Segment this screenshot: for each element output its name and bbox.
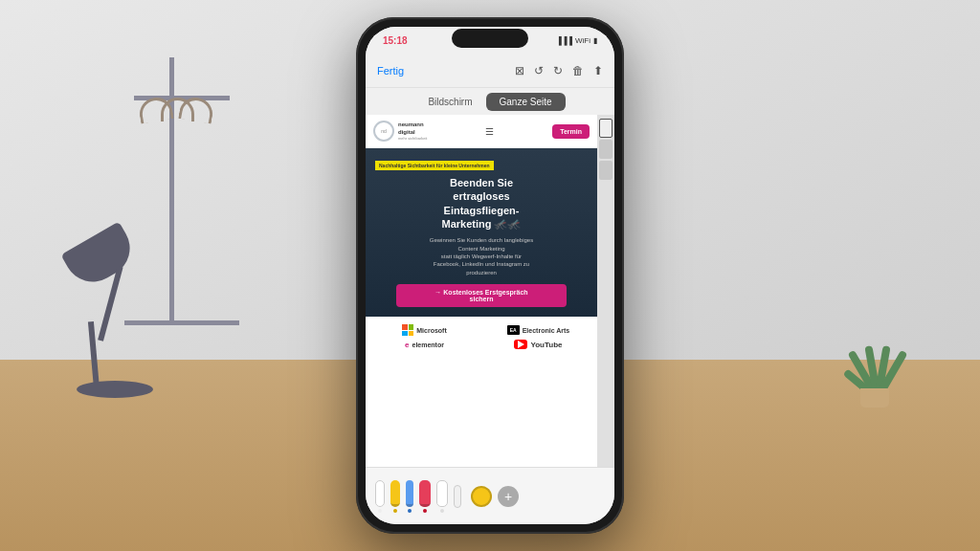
add-tool-button[interactable]: + [498,486,519,507]
status-time: 15:18 [383,35,408,46]
logo-circle-icon: nd [373,121,394,142]
yt-play-triangle [518,341,524,348]
share-icon[interactable]: ⬆ [593,64,603,77]
hero-cta-button[interactable]: → Kostenloses Erstgesprächsichern [396,284,567,307]
microsoft-flag-icon [402,324,413,336]
markup-tool-pen-white[interactable] [375,480,385,513]
website-hero: Nachhaltige Sichtbarkeit für kleine Unte… [366,148,597,317]
elementor-icon: e [405,341,409,349]
rotate-right-icon[interactable]: ↻ [553,64,563,77]
markup-toolbar: + [366,467,614,524]
markup-tool-marker-yellow[interactable] [390,480,400,513]
ea-label: Electronic Arts [523,327,570,334]
phone-screen: 15:18 ▐▐▐ WiFi ▮ Fertig ⊠ ↺ ↻ 🗑 ⬆ [366,27,614,524]
elementor-label: elementor [412,342,443,348]
markup-tool-eraser[interactable] [436,480,448,513]
crop-icon[interactable]: ⊠ [515,64,524,77]
elementor-logo: e elementor [371,341,478,349]
fertig-button[interactable]: Fertig [377,65,404,77]
status-icons: ▐▐▐ WiFi ▮ [556,36,597,45]
rotate-left-icon[interactable]: ↺ [534,64,544,77]
thumb-3[interactable] [599,161,612,180]
battery-icon: ▮ [593,36,597,45]
logo-name: neumanndigital [398,121,427,135]
trash-icon[interactable]: 🗑 [572,64,584,77]
toolbar-icons: ⊠ ↺ ↻ 🗑 ⬆ [515,64,603,77]
hamburger-icon[interactable]: ☰ [485,126,494,137]
signal-icon: ▐▐▐ [556,36,572,45]
thumb-2[interactable] [599,140,612,159]
segment-bildschirm[interactable]: Bildschirm [414,93,485,111]
ea-icon: EA [507,325,520,335]
desk-lamp [57,207,172,398]
screen-content: nd neumanndigital mehr sichtbarkeit ☰ Te… [366,115,614,467]
youtube-icon-group: YouTube [514,340,562,349]
youtube-play-icon [514,340,527,349]
ios-toolbar: Fertig ⊠ ↺ ↻ 🗑 ⬆ [366,54,614,88]
color-picker-circle[interactable] [471,486,492,507]
logo-subtitle: mehr sichtbarkeit [398,136,427,141]
hero-title: Beenden SieertraglosesEintagsfliegen-Mar… [375,176,588,231]
segment-control: Bildschirm Ganze Seite [366,88,614,115]
microsoft-label: Microsoft [416,327,447,334]
thumbnail-strip [597,115,614,467]
logo-text-block: neumanndigital mehr sichtbarkeit [398,121,427,140]
phone-notch [452,29,528,48]
phone-device: 15:18 ▐▐▐ WiFi ▮ Fertig ⊠ ↺ ↻ 🗑 ⬆ [356,17,624,534]
segment-ganze-seite[interactable]: Ganze Seite [486,93,566,111]
website-nav: nd neumanndigital mehr sichtbarkeit ☰ Te… [366,115,597,148]
wifi-icon: WiFi [575,36,590,45]
markup-tool-marker-red[interactable] [419,480,431,513]
markup-tool-pencil-blue[interactable] [406,480,413,513]
phone-frame: 15:18 ▐▐▐ WiFi ▮ Fertig ⊠ ↺ ↻ 🗑 ⬆ [356,17,624,534]
thumb-1[interactable] [599,119,612,138]
hero-tag: Nachhaltige Sichtbarkeit für kleine Unte… [375,161,494,170]
website-logos: Microsoft EA Electronic Arts e elementor [366,317,597,357]
youtube-logo: YouTube [485,340,591,349]
hero-subtitle: Gewinnen Sie Kunden durch langlebigesCon… [375,236,588,276]
plant [846,293,903,408]
website-content: nd neumanndigital mehr sichtbarkeit ☰ Te… [366,115,597,467]
electronic-arts-logo: EA Electronic Arts [485,325,591,335]
markup-tool-eraser2[interactable] [454,485,461,508]
nav-cta-button[interactable]: Termin [552,124,590,139]
microsoft-logo: Microsoft [371,324,478,336]
youtube-label: YouTube [530,341,562,349]
website-logo: nd neumanndigital mehr sichtbarkeit [373,121,427,142]
